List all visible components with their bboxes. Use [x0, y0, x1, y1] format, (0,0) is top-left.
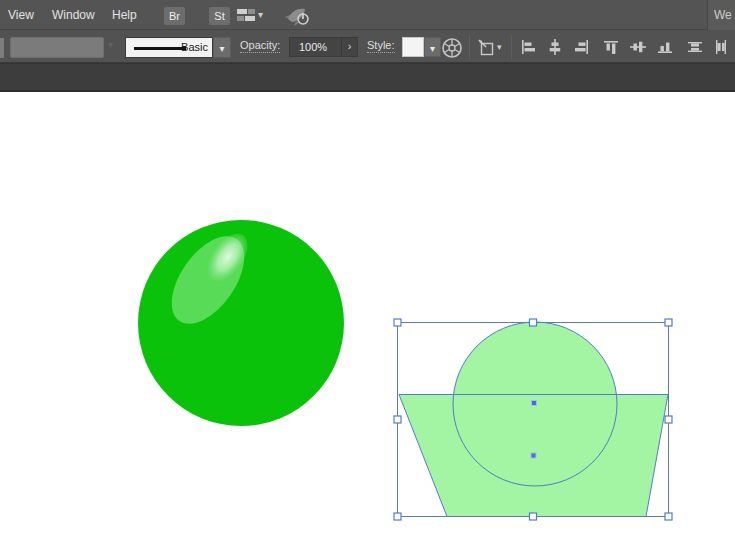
stock-button[interactable]: St	[209, 7, 230, 25]
arrange-documents-chevron-icon[interactable]: ▾	[258, 9, 263, 20]
artboard-canvas[interactable]	[0, 92, 735, 536]
pasteboard-strip	[0, 63, 735, 92]
arrange-documents-icon[interactable]	[236, 8, 256, 26]
horizontal-distribute-center-button[interactable]	[712, 38, 730, 56]
handle-top-center[interactable]	[530, 319, 537, 326]
brush-definition-chevron-button[interactable]: ▾	[213, 37, 231, 58]
opacity-label[interactable]: Opacity:	[240, 39, 280, 53]
handle-middle-right[interactable]	[665, 416, 672, 423]
handle-bottom-right[interactable]	[665, 513, 672, 520]
handle-bottom-center[interactable]	[530, 513, 537, 520]
workspace-switcher-label: We	[708, 0, 732, 30]
horizontal-align-right-button[interactable]	[573, 38, 591, 56]
horizontal-align-center-button[interactable]	[546, 38, 564, 56]
vertical-distribute-center-button[interactable]	[686, 38, 704, 56]
selected-group-object[interactable]	[394, 319, 672, 520]
handle-top-right[interactable]	[665, 319, 672, 326]
opacity-input[interactable]: 100%	[290, 38, 341, 56]
illustrator-window: View Window Help Br St ▾	[0, 0, 735, 536]
horizontal-align-left-button[interactable]	[519, 38, 537, 56]
graphic-style-swatch[interactable]	[402, 37, 424, 57]
green-ball-object[interactable]	[138, 218, 344, 426]
opacity-expand-button[interactable]: ›	[341, 38, 357, 56]
handle-middle-left[interactable]	[394, 416, 401, 423]
chevron-down-icon: ▾	[497, 42, 502, 52]
trapezoid-center-anchor[interactable]	[531, 453, 536, 458]
bridge-button[interactable]: Br	[164, 7, 185, 25]
gpu-performance-icon[interactable]	[284, 5, 312, 31]
menu-help[interactable]: Help	[112, 0, 137, 30]
handle-top-left[interactable]	[394, 319, 401, 326]
toolbar-divider	[469, 35, 470, 59]
fill-swatch-partial[interactable]	[0, 38, 4, 58]
stroke-preview-line	[134, 47, 186, 50]
menu-bar: View Window Help Br St ▾	[0, 0, 735, 30]
vertical-align-top-button[interactable]	[602, 38, 620, 56]
recolor-artwork-button[interactable]	[441, 37, 463, 59]
menu-view[interactable]: View	[8, 0, 34, 30]
menu-window[interactable]: Window	[52, 0, 95, 30]
control-bar: ▾ Basic ▾ Opacity: 100% › Style: ▾	[0, 30, 735, 63]
graphic-style-chevron-button[interactable]: ▾	[424, 37, 441, 57]
width-profile-chevron-icon: ▾	[108, 39, 113, 50]
brush-definition-dropdown[interactable]: Basic	[125, 37, 213, 58]
vertical-align-center-button[interactable]	[629, 38, 647, 56]
chevron-down-icon: ▾	[430, 43, 435, 54]
variable-width-profile-dropdown[interactable]	[10, 37, 104, 58]
chevron-down-icon: ▾	[219, 43, 224, 54]
toolbar-divider	[511, 35, 512, 59]
brush-definition-value: Basic	[181, 41, 208, 53]
circle-center-anchor[interactable]	[532, 401, 537, 406]
workspace-switcher-button[interactable]: We	[707, 0, 735, 30]
isolate-object-button[interactable]: ▾	[477, 38, 509, 58]
style-label[interactable]: Style:	[367, 39, 395, 53]
vertical-align-bottom-button[interactable]	[656, 38, 674, 56]
handle-bottom-left[interactable]	[394, 513, 401, 520]
opacity-control: 100% ›	[289, 37, 358, 57]
